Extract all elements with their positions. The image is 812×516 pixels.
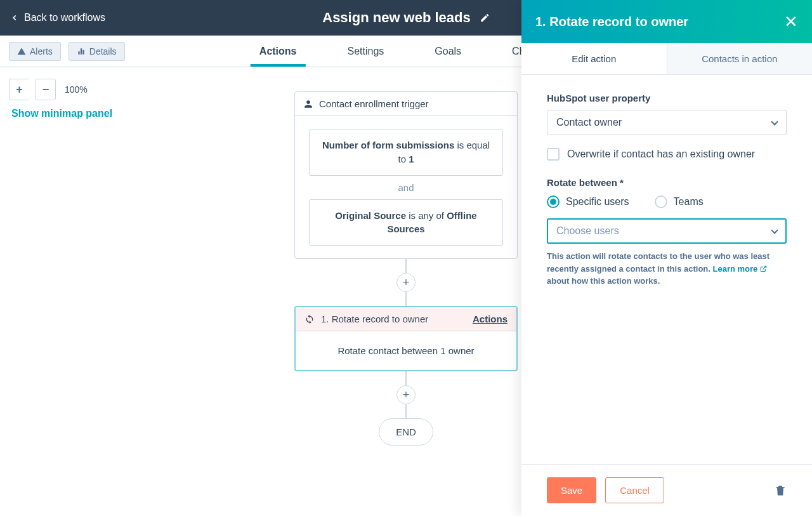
details-button[interactable]: Details	[69, 42, 125, 61]
rotate-owner-card[interactable]: 1. Rotate record to owner Actions Rotate…	[294, 306, 518, 371]
zoom-out-button[interactable]: −	[36, 79, 56, 100]
user-property-value: Contact owner	[556, 117, 622, 128]
panel-tab-contacts[interactable]: Contacts in action	[667, 43, 813, 74]
side-panel: 1. Rotate record to owner ✕ Edit action …	[521, 0, 812, 516]
alert-icon	[17, 47, 26, 56]
add-step-button-1[interactable]: +	[396, 273, 416, 292]
back-to-workflows-link[interactable]: Back to workflows	[10, 12, 105, 23]
tab-settings[interactable]: Settings	[339, 37, 393, 66]
radio-input-users[interactable]	[547, 195, 560, 208]
details-label: Details	[89, 46, 117, 56]
alerts-label: Alerts	[30, 46, 53, 56]
radio-input-teams[interactable]	[655, 195, 667, 208]
zoom-in-button[interactable]: +	[9, 79, 29, 100]
panel-tabs: Edit action Contacts in action	[521, 43, 812, 75]
radio-label-users: Specific users	[566, 196, 629, 208]
panel-tab-edit[interactable]: Edit action	[521, 43, 667, 74]
learn-more-link[interactable]: Learn more	[713, 264, 767, 274]
chevron-left-icon	[10, 13, 19, 22]
edit-title-icon[interactable]	[480, 13, 490, 23]
main-tabs: Actions Settings Goals Changes	[251, 37, 561, 66]
external-link-icon	[760, 265, 767, 272]
connector	[405, 259, 407, 273]
radio-teams[interactable]: Teams	[655, 195, 704, 208]
zoom-level: 100%	[65, 84, 88, 95]
workflow-flow: Contact enrollment trigger Number of for…	[292, 91, 520, 446]
choose-users-select[interactable]: Choose users	[547, 218, 787, 244]
panel-header: 1. Rotate record to owner ✕	[521, 0, 812, 43]
radio-label-teams: Teams	[674, 196, 704, 208]
radio-specific-users[interactable]: Specific users	[547, 195, 629, 208]
trigger-card-head: Contact enrollment trigger	[295, 92, 517, 116]
enrollment-trigger-card[interactable]: Contact enrollment trigger Number of for…	[294, 91, 518, 259]
connector	[405, 404, 407, 418]
connector	[405, 371, 407, 385]
title-wrap: Assign new web leads	[322, 10, 490, 26]
save-button[interactable]: Save	[547, 477, 596, 503]
connector	[405, 292, 407, 306]
panel-footer: Save Cancel	[521, 464, 812, 516]
condition-2: Original Source is any of Offline Source…	[309, 199, 503, 246]
rotate-between-label: Rotate between *	[547, 177, 787, 188]
tab-goals[interactable]: Goals	[426, 37, 470, 66]
rotate-step-label: 1. Rotate record to owner	[321, 314, 428, 324]
chevron-down-icon	[771, 118, 778, 125]
overwrite-row[interactable]: Overwrite if contact has an existing own…	[547, 148, 787, 161]
details-icon	[77, 47, 86, 56]
alerts-button[interactable]: Alerts	[9, 42, 61, 61]
rotate-card-head: 1. Rotate record to owner Actions	[296, 307, 516, 331]
contact-icon	[304, 100, 313, 109]
add-step-button-2[interactable]: +	[396, 385, 416, 404]
user-property-label: HubSpot user property	[547, 93, 787, 103]
rotate-card-body: Rotate contact between 1 owner	[296, 331, 516, 370]
rotate-icon	[304, 314, 315, 324]
end-node: END	[379, 418, 433, 446]
overwrite-label: Overwrite if contact has an existing own…	[567, 149, 755, 160]
step-actions-link[interactable]: Actions	[473, 314, 508, 324]
choose-users-placeholder: Choose users	[556, 225, 619, 237]
trash-icon[interactable]	[774, 484, 787, 498]
zoom-controls: + − 100%	[9, 79, 88, 100]
show-minimap-link[interactable]: Show minimap panel	[11, 108, 112, 119]
cancel-button[interactable]: Cancel	[605, 477, 664, 503]
workflow-title: Assign new web leads	[322, 10, 471, 26]
svg-line-0	[763, 266, 766, 269]
overwrite-checkbox[interactable]	[547, 148, 560, 161]
trigger-card-body: Number of form submissions is equal to 1…	[295, 116, 517, 258]
user-property-select[interactable]: Contact owner	[547, 110, 787, 135]
panel-title: 1. Rotate record to owner	[535, 15, 688, 29]
condition-and: and	[309, 176, 503, 199]
trigger-label: Contact enrollment trigger	[319, 98, 429, 109]
rotate-radio-group: Specific users Teams	[547, 195, 787, 208]
chevron-down-icon	[771, 227, 778, 234]
tab-actions[interactable]: Actions	[251, 37, 306, 66]
condition-1: Number of form submissions is equal to 1	[309, 129, 503, 176]
back-label: Back to workflows	[24, 12, 105, 23]
help-text: This action will rotate contacts to the …	[547, 250, 787, 288]
close-icon[interactable]: ✕	[784, 12, 798, 32]
panel-body: HubSpot user property Contact owner Over…	[521, 75, 812, 464]
